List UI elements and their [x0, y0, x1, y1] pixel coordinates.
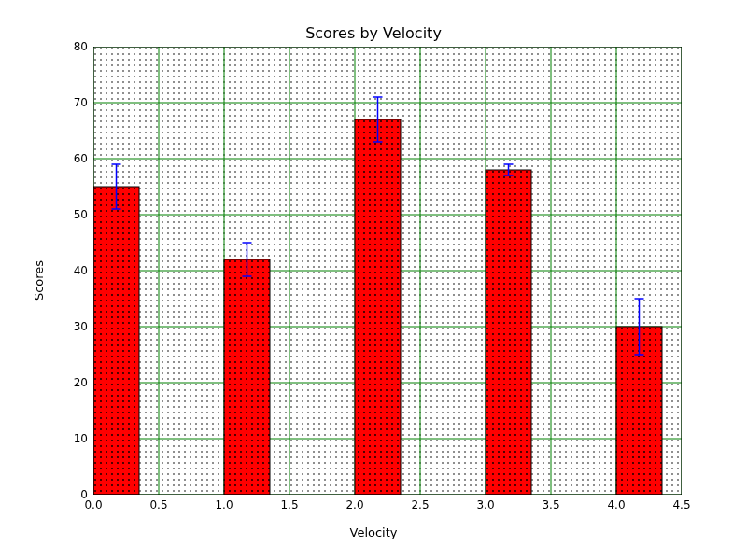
ytick-label: 60: [74, 152, 88, 165]
bar: [355, 119, 401, 495]
x-axis-label: Velocity: [0, 525, 747, 539]
figure: Scores by Velocity Scores Velocity 0.00.…: [0, 0, 747, 560]
ytick-label: 50: [74, 208, 88, 221]
ytick-label: 10: [74, 432, 88, 445]
plot-axes: 0.00.51.01.52.02.53.03.54.04.50102030405…: [93, 47, 682, 495]
ytick-label: 20: [74, 376, 88, 389]
bar: [93, 187, 139, 495]
bar: [486, 170, 531, 495]
ytick-label: 70: [74, 96, 88, 109]
bar: [224, 259, 270, 495]
xtick-label: 1.0: [215, 498, 233, 511]
xtick-label: 3.5: [542, 498, 559, 511]
ytick-label: 80: [74, 40, 88, 53]
chart-title: Scores by Velocity: [0, 24, 747, 42]
xtick-label: 2.5: [411, 498, 429, 511]
plot-svg: [93, 47, 682, 495]
xtick-label: 0.5: [149, 498, 167, 511]
y-axis-label: Scores: [30, 0, 49, 560]
ytick-label: 30: [74, 320, 88, 333]
ytick-label: 0: [80, 488, 88, 501]
ytick-label: 40: [74, 264, 88, 277]
xtick-label: 2.0: [345, 498, 363, 511]
xtick-label: 3.0: [476, 498, 494, 511]
xtick-label: 4.5: [672, 498, 690, 511]
xtick-label: 1.5: [280, 498, 298, 511]
xtick-label: 4.0: [607, 498, 625, 511]
